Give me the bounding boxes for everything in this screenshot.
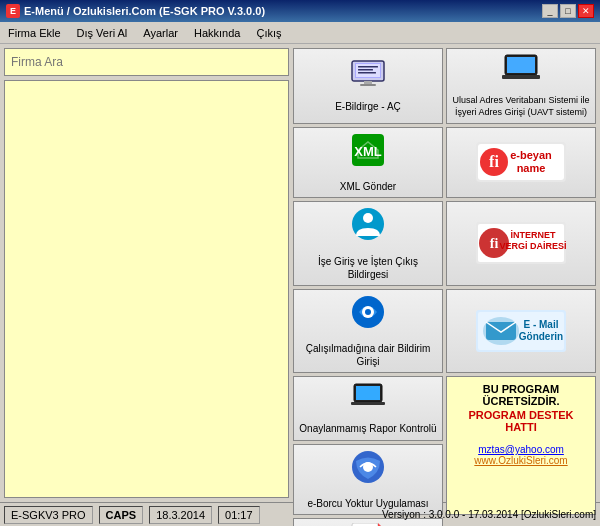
menu-cikis[interactable]: Çıkış xyxy=(252,26,285,40)
window-controls: _ □ ✕ xyxy=(542,4,594,18)
svg-rect-5 xyxy=(358,72,376,74)
email-icon: E - Mail Gönderin xyxy=(451,294,591,368)
close-button[interactable]: ✕ xyxy=(578,4,594,18)
svg-text:fi: fi xyxy=(489,153,499,170)
ulusal-adres-label: Ulusal Adres Veritabanı Sistemi ile İşye… xyxy=(451,95,591,118)
laptop-icon xyxy=(501,53,541,92)
window-title: E-Menü / Ozlukisleri.Com (E-SGK PRO V.3.… xyxy=(24,5,265,17)
xml-gonder-label: XML Gönder xyxy=(340,180,396,193)
free-text: BU PROGRAM ÜCRETSİZDİR. xyxy=(453,383,589,407)
svg-text:VERGİ DAİRESİ: VERGİ DAİRESİ xyxy=(499,241,566,251)
svg-rect-7 xyxy=(360,84,376,86)
menu-firma-ekle[interactable]: Firma Ekle xyxy=(4,26,65,40)
restore-button[interactable]: □ xyxy=(560,4,576,18)
onaylanmamis-label: Onaylanmamış Rapor Kontrolü xyxy=(299,422,436,435)
svg-rect-37 xyxy=(356,386,380,400)
debt-icon xyxy=(350,449,386,494)
svg-text:e-beyan: e-beyan xyxy=(510,149,552,161)
vergi-dairesi-button[interactable]: fi İNTERNET VERGİ DAİRESİ xyxy=(446,201,596,285)
ise-giris-button[interactable]: İşe Giriş ve İşten Çıkış Bildirgesi xyxy=(293,201,443,285)
menu-hakkinda[interactable]: Hakkında xyxy=(190,26,244,40)
work-icon xyxy=(350,294,386,339)
left-panel xyxy=(4,48,289,498)
website-link[interactable]: www.OzlukiSleri.com xyxy=(453,455,589,466)
e-beyanname-button[interactable]: fi e-beyan name xyxy=(446,127,596,198)
onaylanmamis-button[interactable]: Onaylanmamış Rapor Kontrolü xyxy=(293,376,443,441)
svg-text:İNTERNET: İNTERNET xyxy=(511,230,557,240)
date-text: 18.3.2014 xyxy=(156,509,205,521)
xml-gonder-button[interactable]: XML XML Gönder xyxy=(293,127,443,198)
calismadigina-label: Çalışılmadığına dair Bildirim Girişi xyxy=(298,342,438,368)
employee-icon xyxy=(350,206,386,251)
vergi-icon: fi İNTERNET VERGİ DAİRESİ xyxy=(451,206,591,280)
calismadigina-button[interactable]: Çalışılmadığına dair Bildirim Girişi xyxy=(293,289,443,373)
right-panel: E-Bildirge - AÇ Ulusal Adres Veritabanı … xyxy=(293,48,596,498)
laptop2-icon xyxy=(350,382,386,419)
svg-rect-3 xyxy=(358,66,378,68)
svg-text:fi: fi xyxy=(490,236,499,251)
menu-bar: Firma Ekle Dış Veri Al Ayarlar Hakkında … xyxy=(0,22,600,44)
e-bildirge-label: E-Bildirge - AÇ xyxy=(335,100,401,113)
menu-ayarlar[interactable]: Ayarlar xyxy=(139,26,182,40)
svg-rect-38 xyxy=(351,402,385,405)
app-icon: E xyxy=(6,4,20,18)
time-segment: 01:17 xyxy=(218,506,260,524)
email-gonder-button[interactable]: E - Mail Gönderin xyxy=(446,289,596,373)
minimize-button[interactable]: _ xyxy=(542,4,558,18)
svg-rect-9 xyxy=(507,57,535,73)
app-version-segment: E-SGKV3 PRO xyxy=(4,506,93,524)
svg-rect-10 xyxy=(502,75,540,79)
app-version-text: E-SGKV3 PRO xyxy=(11,509,86,521)
svg-point-20 xyxy=(363,213,373,223)
firma-list xyxy=(4,80,289,498)
svg-text:E - Mail: E - Mail xyxy=(523,319,558,330)
svg-text:name: name xyxy=(517,162,546,174)
title-bar-left: E E-Menü / Ozlukisleri.Com (E-SGK PRO V.… xyxy=(6,4,265,18)
title-bar: E E-Menü / Ozlukisleri.Com (E-SGK PRO V.… xyxy=(0,0,600,22)
menu-dis-veri-al[interactable]: Dış Veri Al xyxy=(73,26,132,40)
svg-text:Gönderin: Gönderin xyxy=(519,331,563,342)
monitor-icon xyxy=(350,59,386,96)
main-content: E-Bildirge - AÇ Ulusal Adres Veritabanı … xyxy=(0,44,600,502)
time-text: 01:17 xyxy=(225,509,253,521)
e-bildirge-button[interactable]: E-Bildirge - AÇ xyxy=(293,48,443,124)
xml-icon: XML xyxy=(350,132,386,177)
search-input[interactable] xyxy=(4,48,289,76)
svg-rect-4 xyxy=(358,69,373,71)
ebeyanname-icon: fi e-beyan name xyxy=(451,132,591,193)
caps-segment: CAPS xyxy=(99,506,144,524)
info-box: BU PROGRAM ÜCRETSİZDİR. PROGRAM DESTEK H… xyxy=(446,376,596,515)
button-grid: E-Bildirge - AÇ Ulusal Adres Veritabanı … xyxy=(293,48,596,526)
support-text: PROGRAM DESTEK HATTI xyxy=(453,409,589,433)
ise-giris-label: İşe Giriş ve İşten Çıkış Bildirgesi xyxy=(298,255,438,281)
version-info: Versiyon : 3.0.0.0 - 17.03.2014 [OzlukiS… xyxy=(382,509,596,520)
ulusal-adres-button[interactable]: Ulusal Adres Veritabanı Sistemi ile İşye… xyxy=(446,48,596,124)
svg-rect-6 xyxy=(364,81,372,84)
caps-text: CAPS xyxy=(106,509,137,521)
date-segment: 18.3.2014 xyxy=(149,506,212,524)
e-borcu-button[interactable]: e-Borcu Yoktur Uygulaması xyxy=(293,444,443,515)
email-link[interactable]: mztas@yahoo.com xyxy=(453,444,589,455)
svg-point-29 xyxy=(365,309,371,315)
